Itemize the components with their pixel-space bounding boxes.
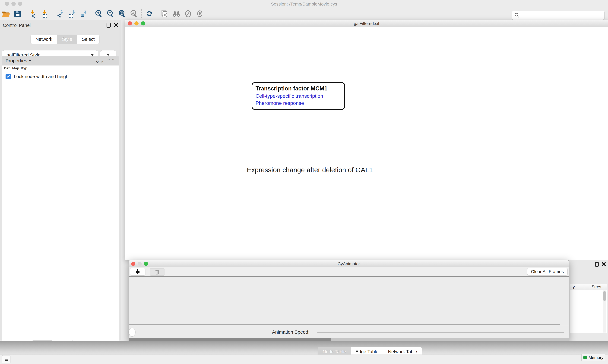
cyanimator-timeline[interactable]: Seconds — [129, 277, 569, 325]
zoom-out-button[interactable] — [105, 9, 116, 19]
duplicate-network-button[interactable] — [159, 9, 170, 19]
collapse-all-icon[interactable]: ⌃⌃ — [106, 58, 115, 64]
animation-speed-label: Animation Speed: — [272, 329, 310, 335]
panel-menu-button[interactable] — [2, 355, 11, 363]
tab-style[interactable]: Style — [57, 35, 77, 44]
memory-status-icon — [583, 356, 587, 359]
animation-speed-thumb[interactable] — [129, 328, 135, 336]
delete-frame-button[interactable] — [150, 268, 165, 276]
cyanimator-title: CyAnimator — [129, 261, 569, 266]
column-header-def: Def. — [4, 66, 11, 70]
menubar: Session: /Temp/SampleMovie.cys — [0, 0, 608, 8]
lock-node-size-label: Lock node width and height — [14, 74, 70, 79]
annotation-link-1[interactable]: Cell-type-specific transcription — [256, 93, 341, 99]
binoculars-button[interactable] — [170, 9, 182, 19]
checkbox-checked-icon[interactable] — [6, 74, 11, 79]
cyanimator-controls: Animation Speed: — [129, 325, 569, 338]
timeline-axis — [129, 324, 560, 325]
network-caption: Expression change after deletion of GAL1 — [247, 166, 373, 174]
toolbar-separator — [25, 9, 26, 18]
cyanimator-window: CyAnimator Clear All Frames Seconds Anim… — [129, 260, 569, 341]
scrollbar-thumb[interactable] — [129, 338, 331, 341]
properties-column-headers: Def.Map.Byp. — [2, 65, 119, 71]
results-panel: ity Stres — [569, 260, 608, 342]
column-header-byp: Byp. — [21, 66, 28, 70]
expand-all-icon[interactable]: ⌄⌄ — [95, 58, 104, 64]
animation-speed-slider[interactable] — [317, 332, 564, 333]
cyanimator-titlebar[interactable]: CyAnimator — [129, 260, 569, 267]
control-panel-tabs: NetworkStyleSelect — [31, 35, 99, 44]
network-window: galFiltered.sif Transcription factor MCM… — [125, 20, 608, 260]
close-panel-icon[interactable] — [114, 23, 118, 27]
session-title: Session: /Temp/SampleMovie.cys — [0, 1, 608, 7]
properties-title: Properties — [6, 58, 27, 64]
screen: Session: /Temp/SampleMovie.cys Control P… — [0, 0, 608, 364]
results-table[interactable]: ity Stres — [570, 284, 607, 333]
memory-button[interactable]: Memory — [581, 354, 605, 361]
chevron-down-icon — [107, 54, 110, 56]
control-panel-title: Control Panel — [3, 23, 31, 28]
toolbar-separator — [91, 9, 91, 18]
tab-network[interactable]: Network — [31, 35, 57, 44]
plus-icon — [135, 269, 140, 275]
search-icon — [514, 13, 520, 18]
trash-icon — [155, 269, 159, 275]
float-panel-icon[interactable] — [595, 262, 599, 267]
refresh-button[interactable] — [143, 9, 155, 19]
properties-card: Properties ▾ ⌄⌄⌃⌃ Def.Map.Byp. Lock node… — [2, 56, 119, 357]
search-input[interactable] — [521, 13, 604, 18]
timeline-playhead[interactable] — [129, 277, 129, 325]
tab-select[interactable]: Select — [77, 35, 99, 44]
zoom-selected-button[interactable] — [128, 9, 140, 19]
toolbar-separator — [52, 9, 53, 18]
import-network-button[interactable] — [27, 9, 39, 19]
annotation-link-2[interactable]: Pheromone response — [256, 100, 341, 106]
cyanimator-toolbar: Clear All Frames — [129, 267, 569, 277]
show-button[interactable] — [194, 9, 206, 19]
search-box[interactable] — [512, 11, 605, 20]
network-edges — [125, 27, 608, 260]
lock-node-size-row[interactable]: Lock node width and height — [2, 71, 119, 82]
export-network-button[interactable] — [54, 9, 66, 19]
network-window-titlebar[interactable]: galFiltered.sif — [125, 20, 608, 27]
results-column-stress[interactable]: Stres — [586, 284, 607, 290]
hide-button[interactable] — [182, 9, 194, 19]
column-header-map: Map. — [12, 66, 19, 70]
zoom-in-button[interactable] — [93, 9, 105, 19]
save-button[interactable] — [12, 9, 23, 19]
network-canvas[interactable]: Transcription factor MCM1 Cell-type-spec… — [125, 27, 608, 260]
status-bar: Memory — [0, 354, 608, 364]
export-image-button[interactable] — [78, 9, 89, 19]
memory-label: Memory — [589, 355, 603, 360]
control-panel: Control Panel NetworkStyleSelect galFilt… — [0, 20, 121, 340]
import-table-button[interactable] — [39, 9, 51, 19]
results-scrollbar[interactable] — [603, 290, 607, 333]
add-frame-button[interactable] — [130, 268, 145, 275]
mcm1-annotation[interactable]: Transcription factor MCM1 Cell-type-spec… — [252, 82, 345, 110]
close-panel-icon[interactable] — [602, 262, 606, 266]
results-column-ity[interactable]: ity — [570, 284, 586, 290]
list-icon — [4, 357, 8, 361]
network-window-title: galFiltered.sif — [125, 21, 608, 26]
zoom-fit-button[interactable] — [116, 9, 128, 19]
clear-all-frames-button[interactable]: Clear All Frames — [527, 268, 567, 275]
cyanimator-scrollbar[interactable] — [129, 338, 569, 341]
open-folder-button[interactable] — [0, 9, 12, 19]
toolbar-separator — [157, 9, 157, 18]
chevron-down-icon — [91, 54, 94, 56]
annotation-title: Transcription factor MCM1 — [256, 85, 341, 92]
properties-header[interactable]: Properties ▾ ⌄⌄⌃⌃ — [2, 56, 119, 65]
export-table-button[interactable] — [66, 9, 78, 19]
float-panel-icon[interactable] — [106, 23, 111, 28]
toolbar-separator — [141, 9, 142, 18]
